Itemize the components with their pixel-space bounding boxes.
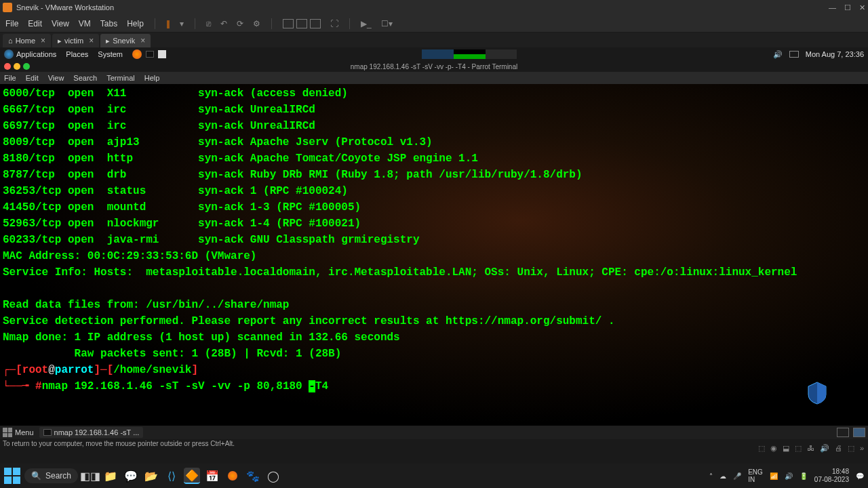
menu-tabs[interactable]: Tabs [100, 19, 117, 28]
tab-home[interactable]: ⌂ Home × [3, 34, 51, 47]
term-menu-view[interactable]: View [48, 74, 64, 82]
dropdown-icon[interactable]: ▾ [180, 19, 184, 28]
clock-time: 18:48 [814, 468, 849, 476]
chevron-icon[interactable]: » [860, 444, 864, 453]
terminal-output[interactable]: 6000/tcp open X11 syn-ack (access denied… [0, 84, 868, 426]
calendar-icon[interactable]: 📅 [204, 468, 220, 484]
wifi-icon[interactable]: 📶 [770, 472, 778, 480]
terminal-launcher-icon[interactable] [146, 51, 154, 58]
term-menu-search[interactable]: Search [73, 74, 97, 82]
device-icon[interactable]: ◉ [770, 444, 777, 453]
guest-panel: Applications Places System 🔊 Mon Aug 7, … [0, 47, 868, 61]
min-traffic-icon[interactable] [14, 63, 20, 70]
minimize-button[interactable]: — [829, 3, 836, 12]
device-icon[interactable]: 🖧 [807, 444, 814, 453]
resource-graph [422, 49, 517, 59]
panel-clock[interactable]: Mon Aug 7, 23:36 [806, 50, 864, 58]
app-icon[interactable]: 🐾 [245, 468, 261, 484]
tab-victim[interactable]: ▸ victim × [52, 34, 99, 47]
parrot-shield-icon [807, 381, 827, 405]
workspace-icon[interactable] [789, 51, 799, 58]
firefox-taskbar-icon[interactable] [224, 468, 241, 484]
taskbar-item-terminal[interactable]: nmap 192.168.1.46 -sT ... [39, 427, 144, 438]
tab-label: Home [16, 37, 35, 45]
device-icon[interactable]: ⬚ [848, 444, 854, 453]
parrot-logo-icon[interactable] [4, 49, 14, 59]
device-icon[interactable]: ⬓ [783, 444, 789, 453]
terminal-menubar: File Edit View Search Terminal Help [0, 72, 868, 84]
close-icon[interactable]: × [140, 36, 145, 45]
vmware-icon[interactable]: 🔶 [184, 468, 200, 484]
menu-file[interactable]: File [5, 19, 18, 28]
term-menu-file[interactable]: File [4, 74, 16, 82]
notes-icon[interactable] [158, 50, 166, 58]
windows-search[interactable]: 🔍 Search [24, 468, 78, 483]
vmware-tabs: ⌂ Home × ▸ victim × ▸ Snevik × [0, 33, 868, 47]
revert-icon[interactable]: ↶ [220, 19, 227, 28]
taskview-icon[interactable]: ◧◨ [82, 468, 98, 484]
vm-icon: ▸ [106, 37, 110, 45]
volume-icon[interactable]: 🔊 [785, 472, 793, 480]
close-button[interactable]: ✕ [859, 3, 865, 12]
task-label: nmap 192.168.1.46 -sT ... [54, 428, 140, 436]
unity-icon[interactable]: ☐▾ [381, 19, 393, 28]
firefox-icon[interactable] [132, 49, 142, 59]
vmware-hint-bar: To return to your computer, move the mou… [0, 439, 868, 450]
manage-icon[interactable]: ⟳ [237, 19, 243, 28]
lang-line1: ENG [748, 468, 763, 476]
onedrive-icon[interactable]: ☁ [719, 472, 726, 480]
close-traffic-icon[interactable] [4, 63, 11, 70]
device-icon[interactable]: 🖨 [835, 444, 842, 453]
sound-icon[interactable]: 🔊 [773, 50, 783, 59]
folder-icon[interactable]: 📂 [143, 468, 159, 484]
search-placeholder: Search [45, 471, 71, 481]
tab-snevik[interactable]: ▸ Snevik × [100, 34, 151, 47]
tray-icon-2[interactable] [853, 428, 865, 437]
windows-clock[interactable]: 18:48 07-08-2023 [814, 468, 849, 484]
snapshot-icon[interactable]: ⎚ [206, 19, 211, 28]
menu-edit[interactable]: Edit [28, 19, 42, 28]
panel-places[interactable]: Places [66, 50, 88, 58]
device-icon[interactable]: ⬚ [795, 444, 802, 453]
tab-label: Snevik [113, 37, 135, 45]
layout-icons[interactable] [283, 19, 321, 28]
teams-icon[interactable]: 💬 [123, 468, 139, 484]
pause-icon[interactable]: ‖ [166, 19, 170, 28]
menu-help[interactable]: Help [127, 19, 144, 28]
device-icon[interactable]: ⬚ [758, 444, 765, 453]
console-icon[interactable]: ▶_ [361, 19, 372, 28]
language-indicator[interactable]: ENG IN [748, 468, 763, 483]
close-icon[interactable]: × [41, 36, 45, 45]
settings-icon[interactable]: ⚙ [253, 19, 260, 28]
battery-icon[interactable]: 🔋 [800, 472, 808, 480]
max-traffic-icon[interactable] [23, 63, 30, 70]
obs-icon[interactable]: ◯ [265, 468, 281, 484]
vmware-titlebar: Snevik - VMware Workstation — ☐ ✕ [0, 0, 868, 15]
term-menu-edit[interactable]: Edit [26, 74, 39, 82]
panel-applications[interactable]: Applications [16, 50, 56, 58]
device-icon[interactable]: 🔊 [820, 444, 829, 453]
term-menu-help[interactable]: Help [144, 74, 160, 82]
mic-icon[interactable]: 🎤 [733, 472, 741, 480]
guest-menu-button[interactable]: Menu [3, 428, 34, 437]
panel-system[interactable]: System [98, 50, 123, 58]
menu-vm[interactable]: VM [79, 19, 91, 28]
vscode-icon[interactable]: ⟨⟩ [163, 468, 180, 484]
lang-line2: IN [748, 476, 763, 483]
menu-view[interactable]: View [52, 19, 69, 28]
vmware-window-title: Snevik - VMware Workstation [16, 3, 829, 12]
tray-chevron-icon[interactable]: ˄ [709, 472, 713, 480]
terminal-window-title: nmap 192.168.1.46 -sT -sV -vv -p- -T4 - … [351, 63, 517, 70]
close-icon[interactable]: × [89, 36, 94, 45]
maximize-button[interactable]: ☐ [844, 3, 851, 12]
term-menu-terminal[interactable]: Terminal [106, 74, 135, 82]
tray-icon-1[interactable] [837, 428, 849, 437]
guest-taskbar: Menu nmap 192.168.1.46 -sT ... [0, 426, 868, 439]
search-icon: 🔍 [31, 471, 41, 481]
explorer-icon[interactable]: 📁 [102, 468, 119, 484]
fullscreen-icon[interactable]: ⛶ [330, 19, 338, 28]
tab-label: victim [64, 37, 83, 45]
windows-start-button[interactable] [4, 468, 20, 484]
vm-icon: ▸ [58, 37, 62, 45]
notifications-icon[interactable]: 💬 [856, 472, 864, 480]
